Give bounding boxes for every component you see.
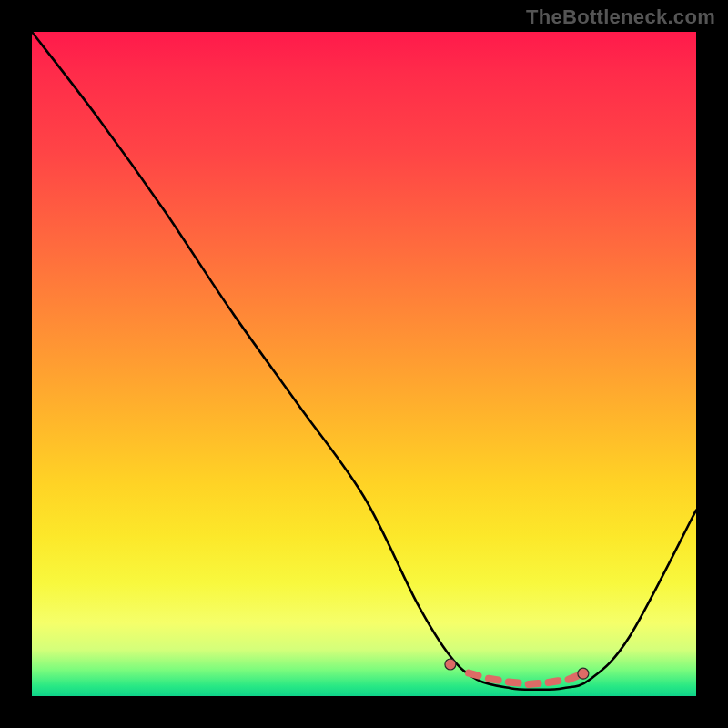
- marker-dash: [529, 683, 539, 684]
- chart-frame: TheBottleneck.com: [0, 0, 728, 728]
- curve-layer: [32, 32, 696, 696]
- bottleneck-curve: [32, 32, 696, 690]
- watermark-text: TheBottleneck.com: [526, 5, 715, 29]
- marker-dot: [578, 668, 589, 679]
- marker-dash: [549, 681, 559, 682]
- marker-dot: [445, 659, 456, 670]
- marker-dash: [469, 673, 478, 676]
- marker-dash: [569, 676, 578, 680]
- marker-dash: [509, 682, 519, 683]
- plot-area: [32, 32, 696, 696]
- marker-dash: [489, 679, 499, 681]
- optimal-range-markers: [445, 659, 589, 684]
